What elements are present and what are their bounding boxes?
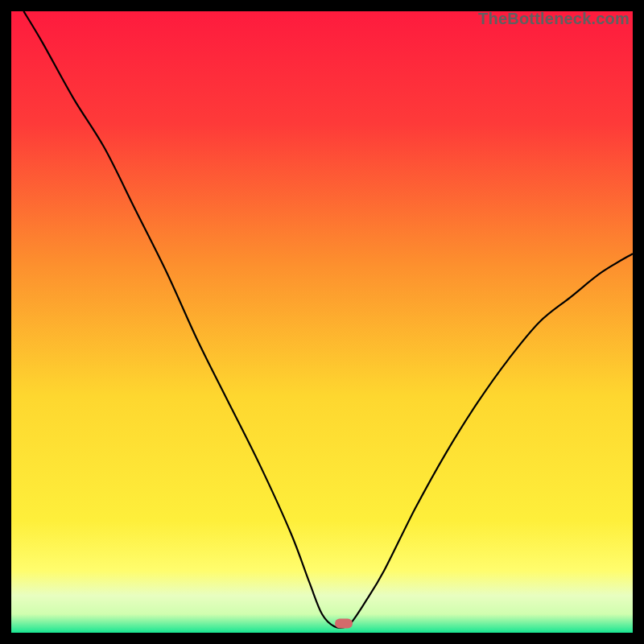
watermark-text: TheBottleneck.com — [478, 10, 630, 28]
plot-area: TheBottleneck.com — [11, 11, 633, 633]
bottleneck-chart — [11, 11, 633, 633]
chart-container: TheBottleneck.com — [0, 0, 644, 644]
optimal-marker — [335, 618, 353, 628]
